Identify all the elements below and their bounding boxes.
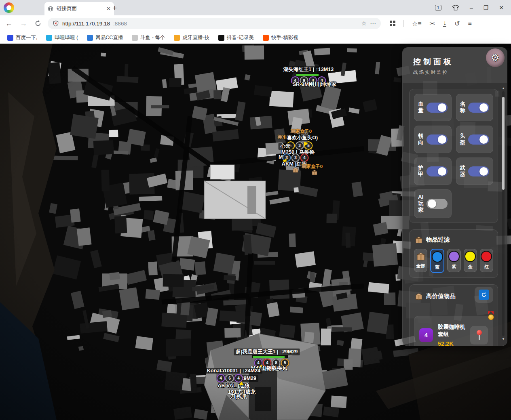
browser-titlebar: 链接页面 ✕ + 1 – ❐ ✕	[0, 0, 511, 15]
bookmark-item[interactable]: 网易CC直播	[84, 34, 126, 42]
globe-icon	[48, 6, 53, 12]
minimize-button[interactable]: –	[470, 4, 473, 11]
filter-button-紫[interactable]: 紫	[447, 249, 460, 272]
bookmark-item[interactable]: 百度一下,	[4, 34, 40, 42]
toggle-card-朝向[interactable]: 朝向	[414, 126, 452, 153]
display-toggles-section: 血量名称朝向头盔护甲武器AI玩家	[409, 89, 498, 223]
forward-button[interactable]: →	[18, 19, 29, 28]
toggle-switch[interactable]	[427, 166, 448, 176]
filter-label: 红	[484, 264, 489, 270]
filter-button-金[interactable]: 金	[464, 249, 477, 272]
more-actions-icon[interactable]: ⋯	[370, 20, 376, 27]
box-icon	[291, 128, 296, 133]
player-name-label: 超|我是唐王大王1 | ↑29M29	[234, 349, 300, 355]
download-icon[interactable]: ↓	[443, 20, 446, 27]
toggle-card-头盔[interactable]: 头盔	[456, 126, 494, 153]
favorites-collect-icon[interactable]: ☆≡	[412, 20, 422, 27]
medal-icon	[487, 311, 494, 322]
toggle-card-武器[interactable]: 武器	[456, 158, 494, 185]
toggle-switch[interactable]	[427, 103, 448, 113]
player-weapon-label: SR-3M刚川|坤坤家	[292, 81, 336, 88]
health-bar	[252, 355, 288, 358]
toolbar-divider	[403, 20, 404, 27]
high-value-title: 高价值物品	[426, 292, 456, 300]
filter-button-全部[interactable]: 全部	[414, 249, 427, 272]
box-icon	[302, 164, 306, 168]
url-port: :8868	[113, 21, 127, 27]
refresh-button[interactable]	[475, 287, 493, 303]
tab-count-badge[interactable]: 1	[435, 5, 441, 10]
tab-close-icon[interactable]: ✕	[106, 6, 111, 12]
tab-title: 链接页面	[57, 5, 103, 12]
filter-button-蓝[interactable]: 蓝	[430, 249, 444, 273]
undo-icon[interactable]: ↺	[454, 20, 460, 27]
scroll-down-icon[interactable]: ▼	[501, 337, 505, 341]
bookmark-favicon	[7, 35, 13, 41]
loot-box-label: 玩家盒子0	[302, 164, 323, 170]
bookmark-item[interactable]: 快手-精彩视	[260, 34, 302, 42]
high-value-item-card[interactable]: 4胶囊咖啡机套组52.2K	[414, 316, 493, 346]
pin-icon	[477, 330, 482, 335]
player-name-label: 喜欢小鱼头O)	[285, 134, 320, 141]
maximize-button[interactable]: ❐	[484, 4, 489, 11]
screenshot-scissors-icon[interactable]: ✂	[430, 20, 435, 27]
direction-arrow-icon	[304, 141, 308, 146]
toggle-switch[interactable]	[427, 134, 448, 145]
toggle-label: 头盔	[460, 133, 466, 146]
bookmark-item[interactable]: 抖音-记录美	[215, 34, 257, 42]
bookmark-label: 斗鱼 - 每个	[140, 34, 165, 41]
toggle-switch[interactable]	[468, 134, 489, 145]
browser-tab[interactable]: 链接页面 ✕	[44, 2, 114, 15]
loot-box-label: 玩家盒子0	[291, 128, 312, 134]
close-button[interactable]: ✕	[499, 4, 504, 11]
url-bar[interactable]: http://111.170.19.18:8868 ☆ ⋯	[48, 18, 381, 29]
reload-button[interactable]	[32, 20, 44, 27]
bookmark-star-icon[interactable]: ☆	[361, 20, 367, 27]
locate-pin-button[interactable]	[470, 326, 488, 344]
item-value: 52.2K	[438, 340, 465, 346]
scrollbar-thumb[interactable]	[502, 97, 505, 190]
filter-button-红[interactable]: 红	[480, 249, 493, 272]
toggle-switch[interactable]	[468, 166, 489, 176]
new-tab-button[interactable]: +	[112, 4, 117, 13]
toggle-label: AI玩家	[418, 194, 424, 214]
browser-logo-icon[interactable]	[4, 2, 14, 13]
toggle-label: 血量	[418, 101, 424, 114]
browser-toolbar: ← → http://111.170.19.18:8868 ☆ ⋯ ☆≡ ✂ ↓…	[0, 15, 511, 32]
toggle-card-AI玩家[interactable]: AI玩家	[414, 189, 452, 218]
panel-subtitle: 战场实时监控	[413, 69, 507, 76]
bookmark-item[interactable]: 哔哩哔哩 (	[43, 34, 81, 42]
item-filter-title: 物品过滤	[426, 236, 450, 244]
toggle-switch[interactable]	[468, 103, 489, 113]
player-name-label: 湖头海红王1 | ↑13M13	[281, 66, 336, 73]
toggle-switch[interactable]	[427, 199, 448, 209]
apps-grid-icon[interactable]	[390, 21, 395, 26]
url-host: http://111.170.19.18	[62, 21, 110, 27]
color-dot-icon	[481, 251, 492, 262]
back-button[interactable]: ←	[3, 19, 15, 28]
skin-theme-icon[interactable]	[452, 4, 459, 11]
panel-header: 控制面板 战场实时监控 ⚙	[403, 48, 507, 83]
high-value-section: 高价值物品 4胶囊咖啡机套组52.2K	[409, 284, 498, 346]
toggle-card-血量[interactable]: 血量	[414, 94, 452, 121]
box-icon	[278, 134, 283, 139]
settings-button[interactable]: ⚙	[486, 48, 505, 67]
panel-scrollbar[interactable]: ▲ ▼	[501, 86, 505, 341]
bookmark-label: 百度一下,	[16, 34, 37, 41]
box-icon	[416, 252, 426, 261]
filter-label: 蓝	[435, 264, 439, 270]
toggle-label: 名称	[460, 101, 466, 114]
toggle-label: 护甲	[418, 165, 424, 178]
insecure-shield-icon[interactable]	[53, 20, 59, 27]
toggle-card-护甲[interactable]: 护甲	[414, 158, 452, 185]
bookmark-label: 快手-精彩视	[271, 34, 298, 41]
bookmark-item[interactable]: 虎牙直播-技	[171, 34, 213, 42]
bookmark-favicon	[87, 35, 93, 41]
menu-icon[interactable]: ≡	[468, 20, 472, 27]
color-dot-icon	[448, 251, 460, 262]
bookmark-item[interactable]: 斗鱼 - 每个	[129, 34, 168, 42]
toggle-card-名称[interactable]: 名称	[456, 94, 494, 121]
refresh-icon	[479, 290, 489, 300]
scroll-up-icon[interactable]: ▲	[501, 86, 505, 90]
bookmark-favicon	[132, 35, 138, 41]
